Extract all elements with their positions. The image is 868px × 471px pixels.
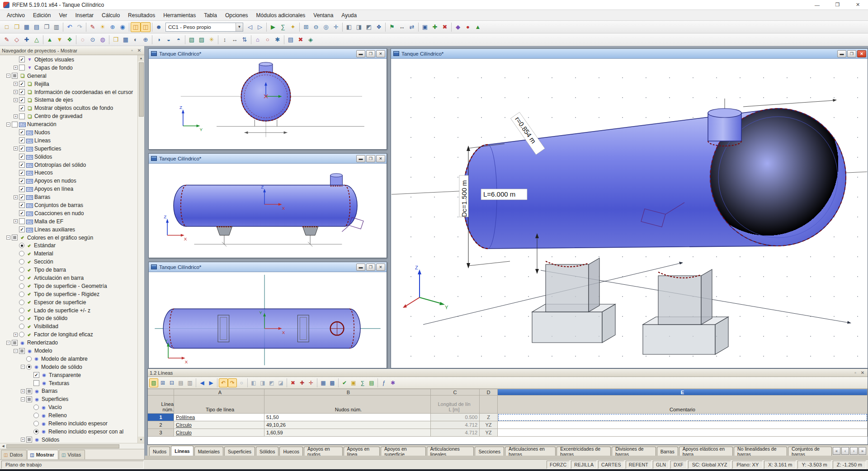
checkbox[interactable]: ✓ bbox=[19, 210, 25, 216]
pin-icon[interactable]: ▫ bbox=[852, 370, 859, 375]
radio-button[interactable] bbox=[19, 243, 24, 248]
open-model-icon[interactable]: ❒ bbox=[12, 22, 22, 32]
tree-item-tipo-de-barra[interactable]: −✔Tipo de barra bbox=[0, 266, 137, 274]
menu-c-lculo[interactable]: Cálculo bbox=[98, 11, 124, 20]
record-icon[interactable]: ● bbox=[463, 22, 473, 32]
print-icon[interactable]: ▥ bbox=[52, 22, 61, 32]
column-letter-b[interactable]: B bbox=[264, 389, 431, 396]
set-surfaces-icon[interactable]: ❖ bbox=[65, 35, 75, 45]
redo-icon[interactable]: ↷ bbox=[75, 22, 85, 32]
checkbox[interactable]: ✓ bbox=[19, 57, 25, 62]
maximize-icon[interactable]: ❐ bbox=[366, 50, 375, 57]
expand-icon[interactable]: + bbox=[21, 438, 25, 442]
cell-tipo[interactable]: Círculo bbox=[174, 421, 264, 429]
mirror-icon[interactable]: ⇅ bbox=[240, 35, 250, 45]
radio-button[interactable] bbox=[19, 316, 24, 321]
status-toggle-dxf[interactable]: DXF bbox=[670, 461, 687, 469]
table-tab-superficies[interactable]: Superficies bbox=[224, 447, 255, 456]
checkbox[interactable]: ✓ bbox=[19, 186, 25, 192]
checkbox[interactable]: ✓ bbox=[19, 226, 25, 232]
table-tab-l-neas[interactable]: Líneas bbox=[171, 446, 193, 456]
menu-insertar[interactable]: Insertar bbox=[71, 11, 98, 20]
table-tab-apoyos-en-l-nea[interactable]: Apoyos en línea bbox=[344, 447, 380, 456]
horizontal-scrollbar[interactable]: ◀ bbox=[0, 443, 144, 449]
cell-tipo[interactable]: Polilínea bbox=[174, 414, 264, 421]
checkbox[interactable] bbox=[33, 380, 39, 386]
table-tab-secciones[interactable]: Secciones bbox=[475, 447, 504, 456]
table-tab-apoyos-en-superficie[interactable]: Apoyos en superficie bbox=[381, 447, 425, 456]
checkbox[interactable]: ✓ bbox=[19, 129, 25, 135]
fx-function-icon[interactable]: ƒ bbox=[379, 378, 388, 387]
close-icon[interactable]: ✕ bbox=[848, 0, 868, 10]
tree-item-informaci-n-de-coordenadas-en-el-cursor[interactable]: +✓❏Información de coordenadas en el curs… bbox=[0, 88, 137, 96]
home-view-icon[interactable]: ⌂ bbox=[253, 35, 263, 45]
table-edit-icon[interactable]: ▧ bbox=[149, 378, 158, 387]
load-case-combo[interactable]: CC1 - Peso propio ▼ bbox=[165, 23, 243, 32]
view-1-icon[interactable]: ◧ bbox=[249, 378, 258, 387]
start-icon[interactable]: ▲ bbox=[473, 22, 483, 32]
vertical-scrollbar[interactable]: ▲ ▼ bbox=[137, 55, 144, 443]
checkbox[interactable]: ✓ bbox=[19, 154, 25, 160]
refresh-icon[interactable]: ○ bbox=[237, 378, 246, 387]
cell-comentario[interactable] bbox=[498, 429, 868, 437]
snap-icon[interactable]: ⊕ bbox=[141, 35, 151, 45]
table-tab-s-lidos[interactable]: Sólidos bbox=[256, 447, 278, 456]
table-tab-conjuntos-de-barras[interactable]: Conjuntos de barras bbox=[788, 447, 832, 456]
tree-item-apoyos-en-l-nea[interactable]: −✓123Apoyos en línea bbox=[0, 185, 137, 193]
tree-item-barras[interactable]: +◉Barras bbox=[0, 387, 137, 396]
view-3-icon[interactable]: ◩ bbox=[267, 378, 276, 387]
lines-table[interactable]: A B C D E Líneanúm. Tipo de línea Nudos … bbox=[148, 389, 868, 444]
filter-icon[interactable]: ▣ bbox=[349, 378, 358, 387]
mesh-icon[interactable]: ▧ bbox=[187, 35, 197, 45]
undo-icon[interactable]: ↶ bbox=[219, 378, 228, 387]
checkbox[interactable] bbox=[12, 340, 18, 346]
table-title-bar[interactable]: 1.2 Líneas ▫ ✕ bbox=[148, 369, 868, 377]
tree-item-sistema-de-ejes[interactable]: +✓❏Sistema de ejes bbox=[0, 96, 137, 104]
column-letter-d[interactable]: D bbox=[480, 389, 498, 396]
swap-icon[interactable]: ⇄ bbox=[407, 22, 417, 32]
cell-longitud[interactable]: 4.712 bbox=[431, 421, 480, 429]
status-toggle-refent[interactable]: REFENT bbox=[626, 461, 651, 469]
undo-icon[interactable]: ↶ bbox=[65, 22, 75, 32]
minimize-icon[interactable]: ▬ bbox=[356, 50, 365, 57]
checkbox[interactable] bbox=[26, 388, 32, 394]
insert-row-icon[interactable]: ⊞ bbox=[158, 378, 167, 387]
viewport-window-3d[interactable]: Tanque Cilíndrico* ▬ ❐ ✕ bbox=[391, 48, 868, 368]
tables-icon[interactable]: ▤ bbox=[286, 35, 296, 45]
checkbox[interactable]: ✓ bbox=[19, 162, 25, 168]
menu-opciones[interactable]: Opciones bbox=[221, 11, 252, 20]
expand-icon[interactable]: + bbox=[14, 195, 18, 199]
maximize-icon[interactable]: ❐ bbox=[366, 264, 375, 271]
navigator-tab-mostrar[interactable]: ◫Mostrar bbox=[27, 450, 58, 459]
settings-icon[interactable]: ✱ bbox=[388, 378, 397, 387]
half-view-icon[interactable]: ◐ bbox=[131, 35, 141, 45]
cell-comentario[interactable] bbox=[498, 414, 868, 421]
checkbox[interactable] bbox=[12, 235, 18, 240]
viewport-window-front[interactable]: Tanque Cilíndrico* ▬ ❐ ✕ bbox=[148, 48, 387, 150]
tree-item-barras[interactable]: +✓123Barras bbox=[0, 193, 137, 201]
menu-herramientas[interactable]: Herramientas bbox=[159, 11, 200, 20]
results-panel-icon[interactable]: ✦ bbox=[288, 22, 298, 32]
scrollbar-thumb[interactable] bbox=[6, 444, 119, 448]
tree-item-factor-de-longitud-eficaz[interactable]: +✔Factor de longitud eficaz bbox=[0, 330, 137, 339]
radio-button[interactable] bbox=[19, 283, 24, 289]
tree-item-material[interactable]: −✔Material bbox=[0, 250, 137, 258]
cell-nudos[interactable]: 49,10,26 bbox=[264, 421, 431, 429]
column-letter-c[interactable]: C bbox=[431, 389, 480, 396]
delete-row-icon[interactable]: ⊟ bbox=[167, 378, 176, 387]
checkbox[interactable]: ✓ bbox=[19, 97, 25, 103]
next-load-case-icon[interactable]: ▷ bbox=[255, 22, 265, 32]
collapse-icon[interactable]: − bbox=[6, 236, 10, 240]
table-tab-articulaciones-en-barras[interactable]: Articulaciones en barras bbox=[505, 447, 556, 456]
tree-item-coacciones-en-nudo[interactable]: −✓123Coacciones en nudo bbox=[0, 209, 137, 217]
tree-item-superficies[interactable]: +✓123Superficies bbox=[0, 145, 137, 153]
menu-archivo[interactable]: Archivo bbox=[3, 11, 29, 20]
flag-icon[interactable]: ⚑ bbox=[387, 22, 397, 32]
scroll-down-icon[interactable]: ▼ bbox=[138, 437, 144, 443]
user-icon[interactable]: ☻ bbox=[154, 22, 164, 32]
radio-button[interactable] bbox=[19, 251, 24, 256]
navigator-tab-vistas[interactable]: ◫Vistas bbox=[59, 450, 85, 459]
redo-icon[interactable]: ↷ bbox=[228, 378, 237, 387]
tree-item-secci-n[interactable]: −✔Sección bbox=[0, 258, 137, 266]
minimize-icon[interactable]: ▬ bbox=[356, 264, 365, 271]
